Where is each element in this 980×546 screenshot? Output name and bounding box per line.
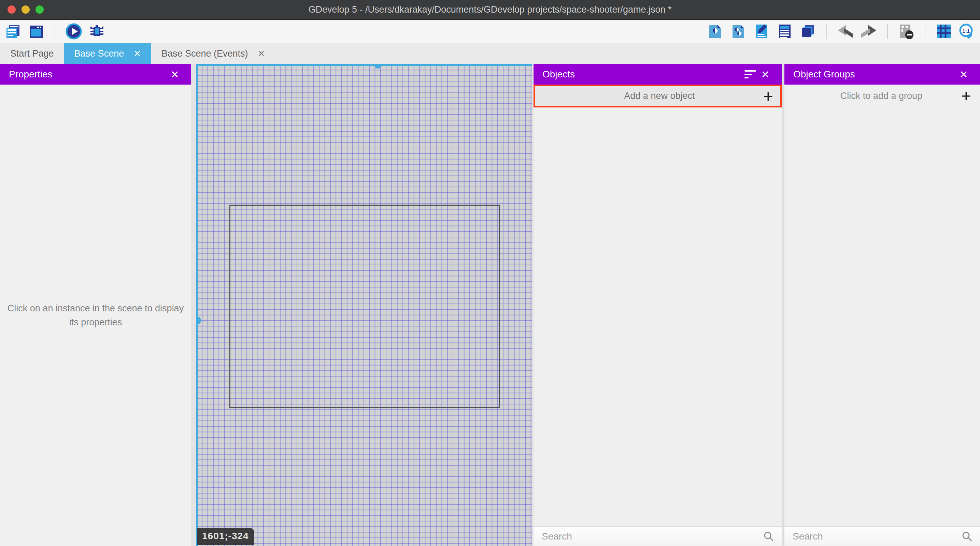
properties-panel-body: Click on an instance in the scene to dis…	[0, 84, 191, 546]
redo-icon	[861, 24, 877, 38]
close-properties-icon[interactable]: ✕	[167, 67, 182, 82]
search-icon	[962, 531, 972, 542]
redo-button[interactable]	[861, 23, 877, 40]
tab-label: Base Scene	[75, 48, 124, 59]
main-toolbar: 1:1	[0, 20, 980, 43]
filter-icon[interactable]	[743, 67, 758, 82]
close-objects-icon[interactable]: ✕	[758, 67, 773, 82]
scene-editor-canvas: 1601;-324	[191, 64, 533, 546]
selection-edge-top	[196, 64, 532, 66]
project-manager-button[interactable]	[5, 23, 21, 40]
plus-icon[interactable]: +	[763, 88, 773, 105]
pages-icon	[5, 24, 21, 39]
add-group-button[interactable]: Click to add a group +	[784, 84, 980, 107]
cursor-coordinates-tooltip: 1601;-324	[197, 528, 254, 545]
toolbar-divider	[925, 24, 925, 39]
object-groups-search-bar	[784, 526, 980, 546]
objects-search-bar	[533, 526, 782, 546]
objects-editor-icon	[708, 24, 722, 39]
properties-panel-header: Properties ✕	[0, 64, 191, 84]
object-groups-editor-button[interactable]	[730, 23, 746, 40]
add-object-label: Add a new object	[535, 91, 784, 101]
selection-edge-left	[196, 64, 198, 546]
selection-handle-left[interactable]	[196, 317, 201, 324]
properties-pencil-icon	[755, 24, 768, 39]
tab-base-scene-events[interactable]: Base Scene (Events) ✕	[151, 43, 275, 64]
object-groups-editor-icon	[731, 24, 746, 39]
objects-search-input[interactable]	[533, 531, 763, 542]
add-object-highlight: Add a new object +	[533, 84, 782, 108]
object-groups-list-body[interactable]	[784, 107, 980, 526]
tab-close-icon[interactable]: ✕	[258, 48, 265, 59]
tab-label: Start Page	[10, 48, 54, 59]
toolbar-divider	[55, 24, 55, 39]
toolbar-divider	[826, 24, 827, 39]
objects-panel-header: Objects ✕	[533, 64, 782, 84]
debug-button[interactable]	[89, 23, 105, 40]
add-new-object-button[interactable]: Add a new object +	[535, 86, 780, 106]
window-mask-icon	[899, 23, 914, 40]
tab-start-page[interactable]: Start Page	[0, 43, 64, 64]
scene-window-button[interactable]	[28, 23, 45, 40]
tab-label: Base Scene (Events)	[161, 48, 248, 59]
window-mask-toggle-button[interactable]	[898, 23, 915, 40]
object-groups-panel: Object Groups ✕ Click to add a group +	[784, 64, 980, 546]
instances-list-icon	[778, 24, 792, 39]
layers-icon	[800, 24, 816, 39]
game-window-frame	[229, 205, 500, 408]
panel-divider[interactable]	[782, 64, 784, 546]
preview-button[interactable]	[65, 23, 82, 40]
objects-list-body[interactable]	[533, 108, 782, 526]
object-groups-panel-header: Object Groups ✕	[784, 64, 980, 84]
objects-editor-button[interactable]	[707, 23, 723, 40]
tab-close-icon[interactable]: ✕	[134, 48, 141, 59]
toolbar-divider	[887, 24, 888, 39]
objects-panel-title: Objects	[542, 69, 575, 80]
layers-editor-button[interactable]	[800, 23, 816, 40]
properties-editor-button[interactable]	[753, 23, 770, 40]
titlebar: GDevelop 5 - /Users/dkarakay/Documents/G…	[0, 0, 980, 20]
scene-grid[interactable]: 1601;-324	[196, 64, 532, 546]
properties-panel-title: Properties	[9, 69, 52, 80]
properties-panel: Properties ✕ Click on an instance in the…	[0, 64, 191, 546]
object-groups-search-input[interactable]	[784, 531, 962, 542]
selection-handle-top[interactable]	[374, 64, 382, 68]
svg-text:1:1: 1:1	[962, 28, 970, 34]
tab-base-scene[interactable]: Base Scene ✕	[64, 43, 151, 64]
zoom-reset-button[interactable]: 1:1	[959, 23, 975, 40]
window-icon	[28, 24, 44, 39]
properties-empty-message: Click on an instance in the scene to dis…	[7, 302, 185, 329]
object-groups-panel-title: Object Groups	[793, 69, 855, 80]
close-object-groups-icon[interactable]: ✕	[956, 67, 971, 82]
add-group-label: Click to add a group	[784, 91, 978, 101]
instances-list-button[interactable]	[776, 23, 793, 40]
window-title: GDevelop 5 - /Users/dkarakay/Documents/G…	[0, 5, 980, 15]
search-icon	[763, 531, 774, 542]
undo-button[interactable]	[837, 23, 854, 40]
editor-tabbar: Start Page Base Scene ✕ Base Scene (Even…	[0, 43, 980, 64]
one-to-one-zoom-icon: 1:1	[959, 23, 975, 40]
grid-icon	[936, 24, 951, 39]
main-content: Properties ✕ Click on an instance in the…	[0, 64, 980, 546]
plus-icon[interactable]: +	[961, 87, 971, 104]
gdevelop-window: GDevelop 5 - /Users/dkarakay/Documents/G…	[0, 0, 980, 546]
grid-toggle-button[interactable]	[935, 23, 952, 40]
play-icon	[65, 23, 82, 40]
undo-icon	[837, 24, 854, 38]
objects-panel: Objects ✕ Add a new object +	[533, 64, 782, 546]
bug-icon	[89, 24, 105, 39]
